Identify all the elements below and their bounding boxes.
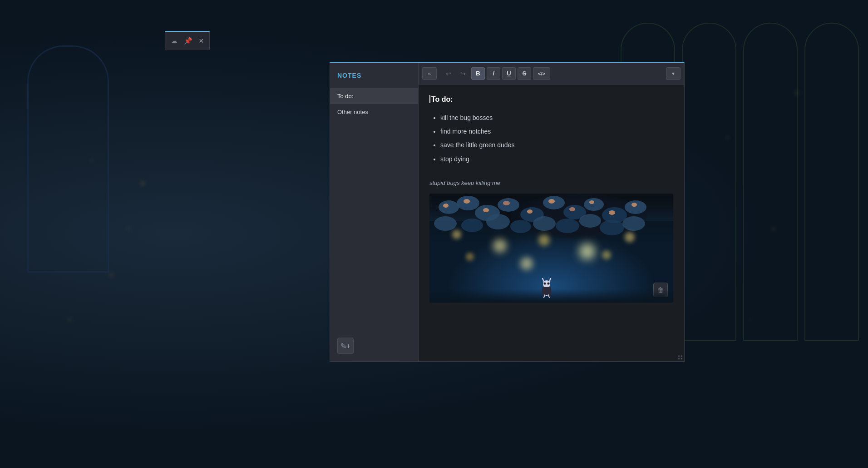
- bokeh-particle: [466, 253, 474, 261]
- svg-point-5: [547, 282, 549, 284]
- game-scene: [429, 194, 673, 303]
- bug-body: [579, 214, 601, 228]
- bokeh-particle: [520, 257, 533, 270]
- code-icon: </>: [538, 71, 545, 76]
- game-image: 🗑: [429, 194, 673, 303]
- bug-body: [600, 220, 624, 235]
- italic-button[interactable]: I: [487, 67, 500, 80]
- bokeh-particle: [493, 239, 507, 253]
- resize-dot: [681, 355, 682, 357]
- bold-icon: B: [476, 70, 480, 77]
- bug-spot: [527, 209, 533, 214]
- bokeh-dot: [91, 159, 93, 161]
- bug-spot: [609, 210, 615, 215]
- bug-spot: [631, 203, 637, 207]
- sidebar-item-todo[interactable]: To do:: [330, 88, 418, 104]
- strikethrough-button[interactable]: S: [518, 67, 531, 80]
- bug-spot: [548, 199, 555, 204]
- bug-body: [584, 198, 604, 211]
- sidebar-item-todo-label: To do:: [337, 93, 353, 100]
- code-button[interactable]: </>: [533, 67, 550, 80]
- bug-body: [622, 216, 645, 231]
- window-body: NOTES To do: Other notes ✎+ «: [330, 62, 685, 362]
- editor-spacer: [429, 171, 673, 179]
- new-note-button[interactable]: ✎+: [337, 338, 354, 354]
- app-window: ☁ 📌 × NOTES To do: Other notes ✎+: [165, 31, 210, 50]
- bold-button[interactable]: B: [471, 67, 485, 80]
- text-cursor: [429, 95, 430, 103]
- editor-title: To do:: [429, 94, 673, 105]
- sidebar-title: NOTES: [330, 72, 418, 88]
- list-item: kill the bug bosses: [440, 113, 673, 123]
- undo-icon: ↩: [446, 70, 451, 77]
- bg-arch-2: [682, 23, 736, 341]
- toolbar-dropdown-button[interactable]: ▾: [666, 67, 681, 80]
- svg-point-4: [543, 282, 546, 284]
- bg-arch-3: [743, 23, 798, 341]
- bug-spot: [483, 208, 489, 212]
- close-button[interactable]: ×: [199, 37, 204, 45]
- resize-dot: [678, 358, 680, 359]
- svg-line-3: [549, 279, 551, 281]
- bokeh-particle: [538, 234, 550, 246]
- list-item: find more notches: [440, 126, 673, 136]
- bug-spot: [503, 201, 510, 205]
- cloud-icon[interactable]: ☁: [171, 37, 178, 45]
- bug-body: [533, 216, 556, 231]
- bug-body: [434, 216, 457, 231]
- new-note-icon: ✎+: [340, 342, 350, 350]
- pin-icon[interactable]: 📌: [184, 37, 192, 45]
- bokeh-dot: [127, 227, 130, 230]
- bug-body: [625, 200, 646, 214]
- bokeh-dot: [68, 318, 71, 321]
- editor[interactable]: To do: kill the bug bosses find more not…: [419, 85, 684, 361]
- resize-dots: [678, 355, 683, 360]
- knight-svg: [539, 278, 554, 298]
- collapse-sidebar-button[interactable]: «: [422, 67, 437, 80]
- bokeh-particle: [625, 232, 635, 242]
- resize-handle[interactable]: [677, 354, 684, 361]
- bokeh-particle: [602, 250, 611, 259]
- collapse-icon: «: [428, 70, 431, 77]
- resize-dot: [678, 355, 680, 357]
- bg-arch-4: [804, 23, 859, 341]
- bokeh-particle: [452, 230, 461, 239]
- redo-icon: ↪: [460, 70, 466, 77]
- sidebar-item-other[interactable]: Other notes: [330, 104, 418, 120]
- bokeh-dot: [794, 91, 799, 95]
- bokeh-dot: [141, 182, 144, 185]
- bug-body: [556, 219, 579, 233]
- underline-button[interactable]: U: [502, 67, 516, 80]
- svg-line-2: [542, 279, 544, 281]
- undo-redo-group: ↩ ↪: [442, 67, 469, 80]
- redo-button[interactable]: ↪: [457, 67, 469, 80]
- bokeh-dot: [772, 227, 775, 231]
- toolbar: « ↩ ↪ B I U: [419, 63, 684, 85]
- bokeh-particle: [579, 244, 595, 259]
- undo-button[interactable]: ↩: [442, 67, 455, 80]
- bokeh-dot: [109, 273, 113, 277]
- bokeh-dot: [749, 318, 751, 320]
- bug-spot: [589, 200, 594, 204]
- sidebar-item-other-label: Other notes: [337, 109, 368, 115]
- sidebar: NOTES To do: Other notes ✎+: [330, 63, 419, 361]
- editor-italic-text: stupid bugs keep killing me: [429, 179, 673, 188]
- dropdown-chevron-icon: ▾: [672, 70, 675, 77]
- strikethrough-icon: S: [523, 70, 527, 77]
- bug-spot: [464, 199, 470, 204]
- window-topbar: ☁ 📌 ×: [165, 31, 210, 50]
- main-content: « ↩ ↪ B I U: [419, 63, 684, 361]
- italic-icon: I: [493, 70, 494, 77]
- bug-spot: [569, 207, 575, 211]
- todo-list: kill the bug bosses find more notches sa…: [429, 113, 673, 164]
- bokeh-dot: [726, 136, 729, 139]
- bug-body: [439, 200, 459, 214]
- bug-body: [486, 214, 510, 229]
- bg-arch-decoration: [27, 45, 109, 273]
- underline-icon: U: [507, 70, 511, 77]
- bug-body: [510, 220, 531, 233]
- bug-spot: [443, 204, 449, 208]
- list-item: stop dying: [440, 154, 673, 164]
- list-item: save the little green dudes: [440, 140, 673, 150]
- bug-body: [461, 219, 483, 232]
